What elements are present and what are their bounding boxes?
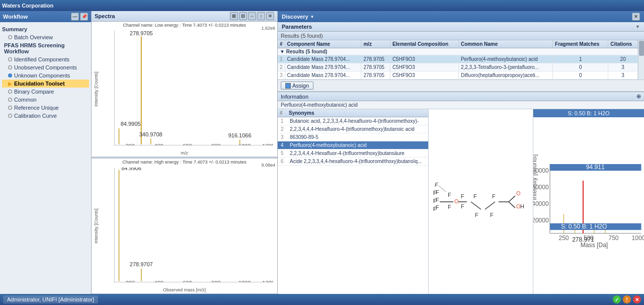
status-green[interactable]: ✓ (613, 295, 621, 303)
col-citations: Citations (608, 40, 638, 48)
info-content: # Synonyms 1 Butanoic acid, 2,2,3,3,4,4-… (278, 109, 644, 294)
list-item[interactable]: 1 Butanoic acid, 2,2,3,3,4,4-hexafluoro-… (278, 117, 428, 125)
syn-name-col: Synonyms (287, 109, 428, 117)
sidebar-item-unknown[interactable]: Unknown Components (2, 71, 89, 80)
low-energy-spectrum: Channel name: Low energy : Time 7.4073 +… (92, 22, 277, 157)
syn-name: Acide 2,2,3,3,4,4-hexafluoro-4-(trifluor… (287, 158, 428, 166)
sidebar-item-common[interactable]: Common (2, 96, 89, 104)
spectra-header: Spectra ⊞ ⊟ ↔ ↕ ✕ (92, 11, 277, 22)
cell-citations: 3 (608, 63, 638, 71)
parameters-collapse[interactable]: ▼ (635, 24, 640, 29)
list-item[interactable]: 5 2,2,3,4,4,4-Hexafluor-4-(trifluormetho… (278, 149, 428, 158)
info-expand-icon[interactable]: ⊕ (636, 93, 641, 100)
assign-button[interactable]: Assign (281, 82, 313, 90)
radio-batch (8, 35, 12, 39)
cell-common: Difluoro(heptafluoropropoxy)aceti... (458, 71, 552, 80)
svg-text:F: F (461, 193, 464, 199)
discovery-close[interactable]: ✕ (632, 13, 640, 21)
sidebar-item-reference-unique[interactable]: Reference Unique (2, 104, 89, 112)
results-scroll-thumb[interactable] (639, 41, 644, 56)
spectra-icon4[interactable]: ↕ (257, 12, 265, 20)
cell-fragments: 0 (553, 71, 608, 80)
svg-line-70 (439, 186, 446, 192)
table-row[interactable]: 2 Candidate Mass 278.9704... 278.9705 C5… (278, 63, 638, 71)
list-item[interactable]: 4 Perfluoro(4-methoxybutanoic) acid (278, 141, 428, 149)
status-icons: ✓ ! ✕ (613, 295, 641, 303)
high-energy-spectrum: Channel name: High energy : Time 7.4073 … (92, 159, 277, 294)
syn-num: 1 (278, 117, 287, 125)
workflow-minimize[interactable]: — (71, 13, 79, 21)
cell-num: 3 (278, 71, 285, 80)
cell-mz: 278.9705 (361, 55, 390, 63)
sidebar-item-label-unobserved: Unobserved Components (14, 64, 77, 70)
y-axis-label-high: Intensity [Counts] (94, 208, 99, 244)
svg-text:278.9705: 278.9705 (130, 31, 153, 36)
channel2-max: 9.08e4 (261, 163, 275, 168)
svg-text:1000: 1000 (632, 235, 644, 242)
table-row[interactable]: 1 Candidate Mass 278.9704... 278.9705 C5… (278, 55, 638, 63)
col-formula: Elemental Composition (390, 40, 458, 48)
sidebar-item-binary[interactable]: Binary Compare (2, 88, 89, 96)
col-num: # (278, 40, 285, 48)
syn-num-col: # (278, 109, 287, 117)
cell-formula: C5HF9O3 (390, 55, 458, 63)
ref-spectrum-chart: 80000 60000 40000 20000 250 500 750 1000 (533, 117, 644, 294)
results-scrollbar[interactable] (638, 40, 644, 80)
low-energy-chart[interactable]: 1.5e6 1.25e6 1e6 7.5e5 5e5 2.5e5 200 400… (114, 31, 273, 145)
sidebar-item-unobserved[interactable]: Unobserved Components (2, 63, 89, 71)
col-component: Component Name (285, 40, 361, 48)
results-table-container: # Component Name m/z Elemental Compositi… (278, 40, 644, 80)
svg-text:400: 400 (154, 143, 163, 145)
status-orange[interactable]: ! (623, 295, 631, 303)
radio-identified (8, 57, 12, 61)
results-table: # Component Name m/z Elemental Compositi… (278, 40, 638, 80)
svg-text:F: F (448, 204, 451, 210)
section-header-cell: ▼ Results (5 found) (278, 48, 638, 55)
spectra-icon3[interactable]: ↔ (248, 12, 256, 20)
workflow-summary-title: Summary (2, 26, 89, 32)
sidebar-item-pfas-workflow[interactable]: PFAS HRMS Screening Workflow (2, 41, 89, 55)
workflow-pin[interactable]: 📌 (80, 13, 88, 21)
sidebar-item-identified[interactable]: Identified Components (2, 55, 89, 63)
results-scroll-area[interactable]: # Component Name m/z Elemental Compositi… (278, 40, 638, 80)
table-row[interactable]: 3 Candidate Mass 278.9704... 278.9705 C5… (278, 71, 638, 80)
sidebar-item-batch-overview[interactable]: Batch Overview (2, 33, 89, 41)
list-item[interactable]: 3 863090-89-5 (278, 133, 428, 141)
svg-line-64 (509, 202, 515, 208)
sidebar-item-label-unknown: Unknown Components (14, 72, 70, 79)
status-red[interactable]: ✕ (633, 295, 641, 303)
spectra-icon1[interactable]: ⊞ (230, 12, 238, 20)
app-title: Waters Corporation (2, 3, 53, 9)
svg-text:F: F (433, 198, 437, 204)
svg-text:F: F (473, 193, 477, 199)
list-item[interactable]: 2 2,2,3,4,4,4-Hexafluoro-4-(trifluoromet… (278, 125, 428, 133)
taskbar-user[interactable]: Administrator, UNIFI [Administrator] (3, 295, 98, 303)
list-item[interactable]: 6 Acide 2,2,3,3,4,4-hexafluoro-4-(triflu… (278, 158, 428, 166)
high-energy-chart[interactable]: 80000 60000 40000 20000 200 400 600 800 … (114, 168, 273, 282)
svg-line-58 (485, 202, 495, 209)
svg-text:278.971: 278.971 (572, 236, 594, 243)
top-taskbar: Waters Corporation (0, 0, 644, 11)
spectra-close[interactable]: ✕ (266, 12, 274, 20)
syn-num: 5 (278, 149, 287, 158)
ref-spectrum-section: S: 0.50 B: 1 H2O 80000 60000 4000 (533, 109, 644, 294)
spectra-header-icons: ⊞ ⊟ ↔ ↕ ✕ (230, 12, 274, 20)
svg-text:F: F (492, 193, 496, 199)
discovery-dropdown-arrow[interactable]: ▼ (310, 15, 314, 19)
spectra-icon2[interactable]: ⊟ (239, 12, 247, 20)
svg-text:F: F (448, 192, 451, 198)
svg-text:1000: 1000 (238, 280, 251, 282)
ref-spectrum-header: S: 0.50 B: 1 H2O (533, 109, 644, 117)
sidebar-item-elucidation[interactable]: ▶ Elucidation Toolset (2, 80, 89, 88)
svg-text:200: 200 (125, 143, 134, 145)
svg-text:340.9708: 340.9708 (139, 131, 163, 137)
svg-text:84.9906: 84.9906 (121, 168, 141, 171)
assign-label: Assign (292, 83, 309, 89)
sidebar-item-calibration[interactable]: Calibration Curve (2, 112, 89, 120)
cell-component: Candidate Mass 278.9704... (285, 71, 361, 80)
results-section-row: ▼ Results (5 found) (278, 48, 638, 55)
svg-text:400: 400 (154, 280, 163, 282)
sidebar-item-label-reference: Reference Unique (14, 105, 59, 111)
svg-text:1000: 1000 (238, 143, 251, 145)
ref-spectrum-chart-area: 80000 60000 40000 20000 250 500 750 1000 (533, 117, 644, 294)
